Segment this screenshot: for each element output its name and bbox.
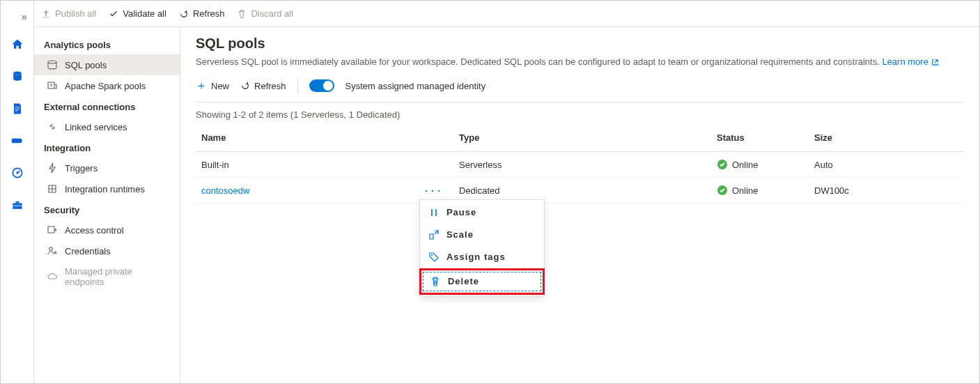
col-type[interactable]: Type	[453, 124, 711, 152]
ctx-label: Pause	[446, 207, 476, 217]
refresh-label: Refresh	[254, 81, 286, 91]
sidebar-item-managed-endpoints: Managed private endpoints	[34, 261, 180, 292]
svg-point-1	[11, 139, 13, 144]
tag-icon	[428, 252, 440, 263]
pool-status: Online	[732, 185, 759, 196]
sql-pools-table: Name Type Status Size Built-in Serverles…	[196, 124, 964, 203]
link-icon	[47, 121, 58, 132]
rail-develop[interactable]	[1, 93, 34, 125]
runtime-icon	[47, 183, 58, 194]
ctx-delete[interactable]: Delete	[421, 270, 543, 293]
refresh-icon	[179, 9, 189, 19]
refresh-button[interactable]: Refresh	[240, 81, 286, 91]
refresh-top-label: Refresh	[193, 8, 225, 19]
page-title: SQL pools	[196, 36, 964, 52]
svg-point-6	[431, 254, 433, 256]
ctx-scale[interactable]: Scale	[420, 224, 544, 246]
managed-identity-toggle[interactable]	[309, 79, 334, 92]
learn-more-link[interactable]: Learn more	[882, 56, 938, 67]
sidebar-item-triggers[interactable]: Triggers	[34, 158, 180, 178]
pool-size: DW100c	[809, 178, 964, 203]
sql-pool-icon	[47, 59, 58, 70]
cloud-icon	[47, 271, 58, 282]
home-icon	[10, 38, 24, 52]
table-row[interactable]: Built-in Serverless Online Auto	[196, 152, 964, 178]
pool-name-link[interactable]: contosoedw	[201, 185, 249, 196]
col-size[interactable]: Size	[809, 124, 964, 152]
ctx-pause[interactable]: Pause	[420, 201, 544, 224]
action-bar: ＋ New Refresh System assigned managed id…	[196, 78, 964, 102]
scale-icon	[428, 229, 440, 240]
toggle-label: System assigned managed identity	[345, 81, 486, 91]
sidebar-item-label: SQL pools	[65, 60, 107, 70]
publish-all-label: Publish all	[55, 8, 96, 19]
sidebar-item-label: Access control	[65, 225, 124, 236]
ctx-assign-tags[interactable]: Assign tags	[420, 246, 544, 268]
sidebar-item-linked-services[interactable]: Linked services	[34, 116, 180, 137]
discard-all-button[interactable]: Discard all	[237, 8, 293, 19]
ctx-label: Scale	[446, 229, 474, 240]
page-description-text: Serverless SQL pool is immediately avail…	[196, 56, 882, 67]
sidebar-item-spark-pools[interactable]: Apache Spark pools	[34, 75, 180, 96]
main-content: SQL pools Serverless SQL pool is immedia…	[180, 27, 979, 383]
database-icon	[10, 70, 24, 84]
upload-icon	[41, 9, 51, 19]
row-actions-button[interactable]: · · · Pause	[425, 185, 441, 196]
external-link-icon	[931, 59, 939, 66]
credentials-icon	[47, 245, 58, 256]
toggle-knob	[323, 81, 333, 91]
table-row[interactable]: contosoedw · · · Pause	[196, 178, 964, 203]
sidebar-item-sql-pools[interactable]: SQL pools	[34, 54, 180, 75]
plus-icon: ＋	[196, 80, 207, 91]
col-name[interactable]: Name	[196, 124, 453, 152]
sidebar-item-runtimes[interactable]: Integration runtimes	[34, 178, 180, 199]
publish-all-button[interactable]: Publish all	[41, 8, 96, 19]
validate-all-label: Validate all	[123, 8, 166, 19]
validate-all-button[interactable]: Validate all	[109, 8, 166, 19]
access-icon	[47, 224, 58, 236]
new-button[interactable]: ＋ New	[196, 80, 229, 91]
sidebar-section-security: Security	[34, 199, 180, 220]
success-icon	[717, 159, 728, 170]
divider	[297, 78, 298, 93]
rail-integrate[interactable]	[1, 125, 34, 157]
discard-all-label: Discard all	[251, 8, 293, 19]
rail-monitor[interactable]	[1, 157, 34, 189]
sidebar-item-credentials[interactable]: Credentials	[34, 240, 180, 261]
sidebar-item-label: Integration runtimes	[65, 184, 145, 194]
trash-icon	[237, 9, 247, 19]
refresh-top-button[interactable]: Refresh	[179, 8, 225, 19]
sidebar-section-external: External connections	[34, 96, 180, 116]
delete-icon	[430, 276, 441, 287]
document-icon	[10, 102, 24, 116]
sidebar-item-label: Linked services	[65, 122, 127, 132]
rail-home[interactable]	[1, 29, 34, 61]
svg-point-3	[16, 171, 18, 174]
pipeline-icon	[10, 134, 24, 148]
manage-sidebar: Analytics pools SQL pools Apache Spark p…	[34, 27, 180, 383]
pool-size: Auto	[809, 152, 964, 178]
monitor-icon	[10, 166, 24, 180]
delete-highlight: Delete	[419, 268, 545, 295]
sidebar-section-analytics: Analytics pools	[34, 34, 180, 54]
top-toolbar: Publish all Validate all Refresh Discard…	[34, 1, 979, 27]
refresh-icon	[240, 81, 250, 91]
rail-expand-toggle[interactable]: »	[1, 5, 34, 29]
pause-icon	[428, 207, 440, 218]
sidebar-item-label: Triggers	[65, 163, 98, 174]
pool-name: Built-in	[201, 160, 229, 170]
sidebar-section-integration: Integration	[34, 137, 180, 158]
check-icon	[109, 9, 118, 19]
col-status[interactable]: Status	[711, 124, 809, 152]
ctx-label: Assign tags	[446, 252, 506, 262]
pool-status: Online	[732, 160, 759, 170]
results-summary: Showing 1-2 of 2 items (1 Serverless, 1 …	[196, 109, 964, 120]
icon-rail: »	[1, 1, 34, 383]
rail-manage[interactable]	[1, 189, 34, 221]
sidebar-item-label: Managed private endpoints	[65, 266, 170, 287]
sidebar-item-label: Apache Spark pools	[65, 81, 146, 91]
svg-point-0	[13, 72, 22, 75]
spark-icon	[47, 80, 58, 91]
rail-data[interactable]	[1, 61, 34, 93]
sidebar-item-access-control[interactable]: Access control	[34, 220, 180, 240]
